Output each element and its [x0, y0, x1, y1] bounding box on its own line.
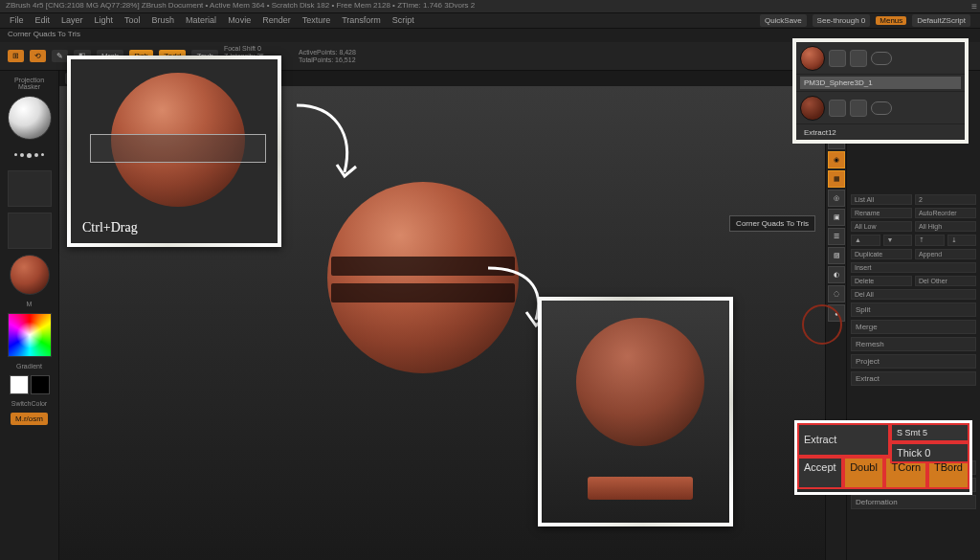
accept-button[interactable]: Accept: [797, 457, 843, 490]
focal-shift-slider[interactable]: Focal Shift 0: [224, 45, 264, 52]
alpha-slot[interactable]: [8, 170, 52, 207]
nav-up-icon[interactable]: ▲: [851, 235, 880, 246]
subtool-mask-icon-2[interactable]: [850, 100, 867, 117]
subtool-eye-icon-2[interactable]: [871, 101, 892, 115]
menu-edit[interactable]: Edit: [35, 15, 51, 26]
nav-down-icon[interactable]: ▼: [883, 235, 913, 246]
split-button[interactable]: Split: [851, 302, 976, 317]
extract-button[interactable]: Extract: [797, 423, 890, 457]
subtool-name-2: Extract12: [800, 127, 840, 138]
overlay-step1: Ctrl+Drag: [67, 56, 281, 247]
quicksave-button[interactable]: QuickSave: [760, 14, 807, 27]
nav-bottom-icon[interactable]: ⤓: [947, 235, 977, 246]
subtool-eye-icon[interactable]: [871, 52, 892, 65]
gizmo-persp-icon[interactable]: ◉: [828, 151, 845, 168]
switch-color-label[interactable]: SwitchColor: [11, 400, 47, 407]
left-rail-m-button[interactable]: M.r/osm: [11, 413, 48, 425]
double-button[interactable]: Doubl: [843, 457, 885, 490]
texture-slot[interactable]: [8, 213, 52, 249]
gizmo-xpose-icon[interactable]: ☰: [828, 228, 845, 245]
rename-button[interactable]: Rename: [851, 208, 912, 218]
del-other-button[interactable]: Del Other: [915, 276, 976, 286]
step1-mask-rect: [90, 134, 266, 163]
menu-bar: File Edit Layer Light Tool Brush Materia…: [0, 13, 980, 29]
menu-file[interactable]: File: [10, 15, 24, 26]
project-button[interactable]: Project: [851, 354, 976, 369]
deformation-button[interactable]: Deformation: [851, 495, 976, 509]
step3-sphere: [576, 318, 704, 446]
subtool-polypaint-icon[interactable]: [829, 50, 846, 67]
title-bar: ZBrush 4r5 [CNG:2108 MG AQ77:28%] ZBrush…: [0, 0, 980, 13]
total-points-label: TotalPoints: 16,512: [299, 56, 356, 63]
menu-movie[interactable]: Movie: [228, 15, 251, 26]
see-through-slider[interactable]: See-through 0: [813, 14, 871, 27]
duplicate-button[interactable]: Duplicate: [851, 249, 912, 259]
insert-button[interactable]: Insert: [851, 262, 976, 273]
step1-label: Ctrl+Drag: [82, 220, 138, 235]
step3-extracted-band: [588, 477, 693, 500]
window-burger-icon[interactable]: ≡: [971, 1, 977, 11]
projection-label: Projection Masker: [4, 77, 55, 90]
autoreorder-button[interactable]: AutoReorder: [915, 208, 976, 218]
menu-script[interactable]: Script: [392, 15, 414, 26]
subtool-polypaint-icon-2[interactable]: [829, 100, 846, 117]
subtool-name-1[interactable]: PM3D_Sphere3D_1: [800, 77, 961, 89]
subtool-overlay: PM3D_Sphere3D_1 Extract12: [792, 38, 969, 144]
extract-overlay: Extract S Smt 5 Thick 0 Accept Doubl TCo…: [794, 420, 972, 495]
gizmo-floor-icon[interactable]: ▦: [828, 170, 845, 188]
subtool-item-1[interactable]: [796, 42, 965, 75]
overlay-step3: [538, 297, 733, 526]
gizmo-frame-icon[interactable]: ▣: [828, 209, 845, 226]
stroke-thumbnail[interactable]: [8, 146, 52, 165]
arrow-1: [287, 96, 373, 191]
tooltip: Corner Quads To Tris: [729, 215, 815, 232]
brush-thumbnail[interactable]: [8, 96, 52, 140]
extract-section[interactable]: Extract: [851, 371, 976, 386]
active-points-label: ActivePoints: 8,428: [299, 49, 356, 56]
menus-button[interactable]: Menus: [876, 16, 906, 25]
swatch-secondary[interactable]: [31, 375, 50, 394]
toolbar-icon-2[interactable]: ⟲: [30, 50, 46, 62]
menu-layer[interactable]: Layer: [61, 15, 83, 26]
merge-button[interactable]: Merge: [851, 320, 976, 334]
gizmo-ghost-icon[interactable]: ◌: [828, 285, 845, 302]
menu-transform[interactable]: Transform: [342, 15, 381, 26]
panel-label: Corner Quads To Tris: [8, 30, 80, 38]
gizmo-localp-icon[interactable]: ◎: [828, 190, 845, 207]
menu-render[interactable]: Render: [262, 15, 291, 26]
menu-brush[interactable]: Brush: [152, 15, 175, 26]
del-all-button[interactable]: Del All: [851, 289, 976, 300]
swatch-primary[interactable]: [10, 375, 29, 394]
title-text: ZBrush 4r5 [CNG:2108 MG AQ77:28%] ZBrush…: [6, 1, 475, 10]
menu-tool[interactable]: Tool: [124, 15, 141, 26]
cursor-circle: [802, 304, 842, 345]
default-script-button[interactable]: DefaultZScript: [912, 14, 970, 27]
remesh-button[interactable]: Remesh: [851, 337, 976, 351]
material-thumbnail[interactable]: [10, 255, 50, 295]
subtool-thumb-2: [800, 96, 825, 121]
gradient-label: Gradient: [16, 363, 42, 370]
append-button[interactable]: Append: [915, 249, 976, 259]
gizmo-transp-icon[interactable]: ◐: [828, 266, 845, 283]
nav-top-icon[interactable]: ⤒: [915, 235, 945, 246]
num-indicator: 2: [915, 194, 976, 205]
gizmo-polyf-icon[interactable]: ▨: [828, 247, 845, 264]
toolbar-icon-3[interactable]: ✎: [52, 50, 68, 62]
menu-material[interactable]: Material: [186, 15, 216, 26]
menu-texture[interactable]: Texture: [302, 15, 331, 26]
toolbar-icon-1[interactable]: ⊞: [8, 50, 24, 62]
all-low-button[interactable]: All Low: [851, 221, 912, 232]
left-rail: Projection Masker M Gradient SwitchColor…: [0, 71, 59, 560]
subtool-item-2[interactable]: [796, 92, 965, 124]
all-high-button[interactable]: All High: [915, 221, 976, 232]
thick-slider[interactable]: Thick 0: [890, 442, 969, 463]
subtool-thumb-1: [800, 46, 825, 71]
subtool-mask-icon[interactable]: [850, 50, 867, 67]
menu-light[interactable]: Light: [95, 15, 114, 26]
material-m-label: M: [27, 301, 33, 307]
list-all-button[interactable]: List All: [851, 194, 912, 205]
color-picker[interactable]: [8, 313, 52, 357]
delete-button[interactable]: Delete: [851, 276, 912, 286]
smt-slider[interactable]: S Smt 5: [890, 423, 969, 442]
